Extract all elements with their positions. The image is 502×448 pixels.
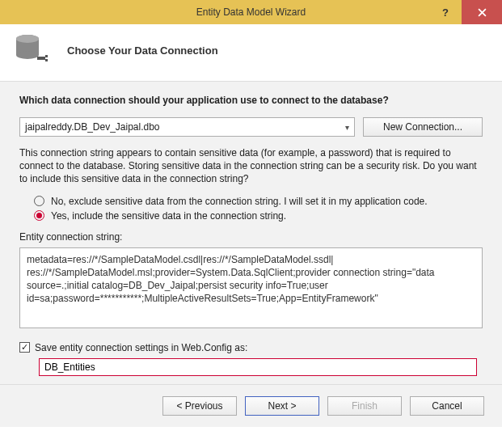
close-button[interactable] <box>462 0 502 24</box>
save-checkbox-label: Save entity connection settings in Web.C… <box>35 342 247 353</box>
window-title: Entity Data Model Wizard <box>0 6 502 18</box>
next-button[interactable]: Next > <box>245 396 319 416</box>
radio-exclude[interactable] <box>34 196 44 206</box>
save-settings-row: ✓ Save entity connection settings in Web… <box>19 342 483 353</box>
svg-rect-4 <box>37 57 45 60</box>
radio-include-label: Yes, include the sensitive data in the c… <box>51 210 286 222</box>
connection-select[interactable]: jaipalreddy.DB_Dev_Jaipal.dbo ▾ <box>19 117 355 137</box>
previous-button[interactable]: < Previous <box>162 396 237 416</box>
svg-point-3 <box>16 35 39 43</box>
save-name-input[interactable] <box>39 358 477 376</box>
radio-exclude-row[interactable]: No, exclude sensitive data from the conn… <box>34 196 483 207</box>
question-label: Which data connection should your applic… <box>19 95 483 106</box>
page-title: Choose Your Data Connection <box>67 44 218 57</box>
titlebar: Entity Data Model Wizard ? <box>0 0 502 24</box>
wizard-header: Choose Your Data Connection <box>0 24 502 82</box>
finish-button: Finish <box>327 396 402 416</box>
titlebar-buttons: ? <box>429 0 502 24</box>
database-icon <box>15 34 51 66</box>
wizard-footer: < Previous Next > Finish Cancel <box>0 384 502 427</box>
radio-include-row[interactable]: Yes, include the sensitive data in the c… <box>34 210 483 222</box>
sensitive-warning-text: This connection string appears to contai… <box>19 146 483 186</box>
connection-selected-value: jaipalreddy.DB_Dev_Jaipal.dbo <box>25 121 160 133</box>
connection-row: jaipalreddy.DB_Dev_Jaipal.dbo ▾ New Conn… <box>19 117 483 137</box>
save-checkbox[interactable]: ✓ <box>19 342 30 353</box>
conn-string-textarea[interactable] <box>19 247 483 328</box>
new-connection-button[interactable]: New Connection... <box>363 117 483 137</box>
cancel-button[interactable]: Cancel <box>410 396 484 416</box>
svg-rect-6 <box>45 59 48 61</box>
help-button[interactable]: ? <box>429 0 462 24</box>
wizard-body: Which data connection should your applic… <box>0 82 502 384</box>
radio-exclude-label: No, exclude sensitive data from the conn… <box>51 196 428 207</box>
chevron-down-icon: ▾ <box>345 123 349 132</box>
svg-rect-5 <box>45 55 48 57</box>
radio-include[interactable] <box>34 210 44 221</box>
svg-point-2 <box>16 51 39 59</box>
conn-string-label: Entity connection string: <box>19 231 483 243</box>
close-icon <box>478 8 487 17</box>
